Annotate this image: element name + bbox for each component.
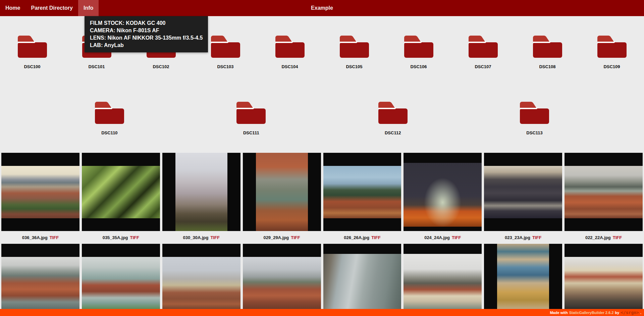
folder-icon (596, 34, 628, 59)
tooltip-line-camera: CAMERA: Nikon F-801S AF (90, 27, 203, 34)
thumbnail-link[interactable] (1, 244, 79, 316)
thumbnail-link[interactable] (484, 244, 562, 316)
folder-label: DSC101 (88, 64, 105, 69)
footer: Made with StaticGalleryBuilder 2.6.2 by … (0, 309, 644, 316)
thumbnail-grid: 036_36A.jpg TIFF 035_35A.jpg TIFF 030_30… (0, 153, 644, 316)
folder-item[interactable]: DSC106 (386, 34, 451, 69)
tiff-link[interactable]: TIFF (291, 235, 300, 240)
gallery-card (243, 244, 321, 316)
gallery-card: 036_36A.jpg TIFF (1, 153, 79, 244)
gallery-card (323, 244, 401, 316)
top-nav: Home Parent Directory Info Example (0, 0, 644, 16)
folder-item[interactable]: DSC112 (361, 100, 425, 135)
thumbnail-image (243, 257, 321, 309)
nav-item-info[interactable]: Info (78, 0, 99, 16)
thumbnail-link[interactable] (1, 153, 79, 231)
folder-label: DSC107 (475, 64, 491, 69)
thumbnail-caption: 030_30A.jpg TIFF (162, 231, 240, 244)
thumbnail-image (1, 166, 79, 218)
folder-label: DSC105 (346, 64, 362, 69)
thumbnail-link[interactable] (82, 153, 160, 231)
folder-label: DSC102 (153, 64, 169, 69)
thumbnail-filename[interactable]: 023_23A.jpg (505, 235, 530, 240)
folder-item[interactable]: DSC111 (219, 100, 283, 135)
srgn-logo[interactable]: </srgn> (621, 310, 639, 315)
thumbnail-link[interactable] (323, 244, 401, 316)
thumbnail-image (404, 254, 482, 316)
thumbnail-image (497, 244, 549, 316)
folder-item[interactable]: DSC109 (580, 34, 644, 69)
thumbnail-image (323, 166, 401, 218)
thumbnail-filename[interactable]: 035_35A.jpg (103, 235, 128, 240)
thumbnail-image (256, 153, 308, 231)
gallery-card: 022_22A.jpg TIFF (565, 153, 643, 244)
folder-item[interactable]: DSC107 (451, 34, 515, 69)
thumbnail-caption: 022_22A.jpg TIFF (565, 231, 643, 244)
thumbnail-filename[interactable]: 024_24A.jpg (424, 235, 450, 240)
gallery-card: 023_23A.jpg TIFF (484, 153, 562, 244)
folder-item[interactable]: DSC105 (322, 34, 386, 69)
tiff-link[interactable]: TIFF (50, 235, 59, 240)
tiff-link[interactable]: TIFF (210, 235, 219, 240)
tiff-link[interactable]: TIFF (532, 235, 541, 240)
thumbnail-filename[interactable]: 022_22A.jpg (585, 235, 611, 240)
thumbnail-image (565, 257, 643, 309)
tiff-link[interactable]: TIFF (452, 235, 461, 240)
thumbnail-link[interactable] (82, 244, 160, 316)
folder-label: DSC104 (281, 64, 298, 69)
folder-item[interactable]: DSC113 (502, 100, 567, 135)
folder-icon (94, 100, 125, 125)
thumbnail-link[interactable] (323, 153, 401, 231)
tiff-link[interactable]: TIFF (371, 235, 380, 240)
thumbnail-link[interactable] (565, 153, 643, 231)
tiff-link[interactable]: TIFF (130, 235, 139, 240)
thumbnail-image (162, 257, 240, 309)
thumbnail-filename[interactable]: 036_36A.jpg (22, 235, 48, 240)
thumbnail-image (484, 166, 562, 218)
folder-label: DSC113 (526, 130, 542, 135)
gallery-card (484, 244, 562, 316)
folder-icon (377, 100, 409, 125)
thumbnail-link[interactable] (484, 153, 562, 231)
folder-icon (519, 100, 550, 125)
thumbnail-image (323, 254, 401, 316)
folder-icon (403, 34, 435, 59)
folder-item[interactable]: DSC104 (258, 34, 322, 69)
folder-label: DSC108 (539, 64, 555, 69)
gallery-card: 035_35A.jpg TIFF (82, 153, 160, 244)
folder-item[interactable]: DSC108 (515, 34, 580, 69)
thumbnail-link[interactable] (404, 153, 482, 231)
thumbnail-link[interactable] (162, 244, 240, 316)
folder-icon (532, 34, 564, 59)
footer-made-with-text: Made with (550, 311, 568, 315)
gallery-card: 026_26A.jpg TIFF (323, 153, 401, 244)
thumbnail-link[interactable] (162, 153, 240, 231)
tooltip-line-lab: LAB: AnyLab (90, 42, 203, 49)
thumbnail-image (565, 166, 643, 218)
thumbnail-image (82, 166, 160, 218)
thumbnail-link[interactable] (404, 244, 482, 316)
thumbnail-filename[interactable]: 029_29A.jpg (263, 235, 289, 240)
thumbnail-caption: 024_24A.jpg TIFF (404, 231, 482, 244)
folder-item[interactable]: DSC110 (77, 100, 142, 135)
tooltip-line-lens: LENS: Nikon AF NIKKOR 35-135mm f/3.5-4.5 (90, 34, 203, 42)
nav-item-parent-directory[interactable]: Parent Directory (25, 0, 78, 16)
thumbnail-filename[interactable]: 026_26A.jpg (344, 235, 369, 240)
thumbnail-link[interactable] (243, 153, 321, 231)
tiff-link[interactable]: TIFF (613, 235, 622, 240)
gallery-card: 030_30A.jpg TIFF (162, 153, 240, 244)
folder-label: DSC111 (243, 130, 259, 135)
folder-label: DSC103 (217, 64, 233, 69)
folder-label: DSC109 (603, 64, 620, 69)
gallery-card (82, 244, 160, 316)
thumbnail-caption: 029_29A.jpg TIFF (243, 231, 321, 244)
thumbnail-filename[interactable]: 030_30A.jpg (183, 235, 209, 240)
thumbnail-link[interactable] (243, 244, 321, 316)
thumbnail-caption: 023_23A.jpg TIFF (484, 231, 562, 244)
folder-item[interactable]: DSC100 (0, 34, 64, 69)
footer-builder-link[interactable]: StaticGalleryBuilder 2.6.2 (569, 311, 614, 315)
nav-item-home[interactable]: Home (0, 0, 25, 16)
gallery-card (1, 244, 79, 316)
thumbnail-link[interactable] (565, 244, 643, 316)
thumbnail-caption: 036_36A.jpg TIFF (1, 231, 79, 244)
